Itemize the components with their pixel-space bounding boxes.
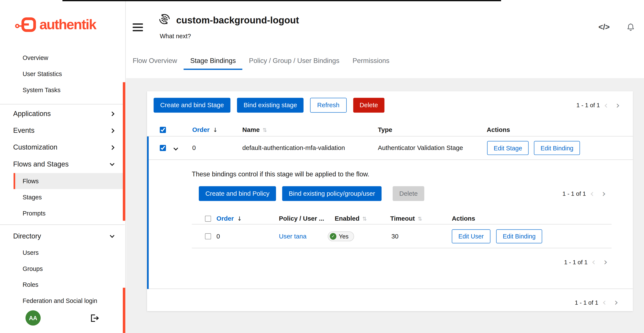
select-all-checkbox[interactable]: [205, 215, 211, 222]
row-order: 0: [216, 232, 220, 240]
section-label: Flows and Stages: [13, 160, 69, 168]
notifications-bell-icon[interactable]: [626, 22, 635, 33]
create-and-bind-stage-button[interactable]: Create and bind Stage: [154, 98, 230, 113]
column-label: Order: [216, 215, 234, 222]
column-actions: Actions: [452, 215, 475, 222]
sidebar-item-federation-and-social-login[interactable]: Federation and Social login: [14, 293, 124, 309]
section-label: Applications: [13, 110, 51, 118]
logo[interactable]: authentik: [15, 17, 96, 33]
stage-binding-row: 0 default-authentication-mfa-validation …: [147, 136, 633, 160]
pagination-next-button[interactable]: ›: [612, 101, 624, 110]
column-label: Timeout: [390, 215, 415, 222]
sidebar-toggle-button[interactable]: [133, 24, 143, 31]
chevron-down-icon: [110, 161, 115, 166]
stage-table-header: Order↓ Name⇅ Type Actions: [147, 123, 633, 136]
pagination-prev-button[interactable]: ‹: [600, 101, 612, 110]
row-type: Authenticator Validation Stage: [378, 144, 463, 152]
page-header: custom-background-logout What next? </> …: [126, 0, 644, 78]
expanded-row-accent: [147, 136, 149, 289]
edit-user-button[interactable]: Edit User: [452, 229, 490, 243]
window-top-edge: [62, 0, 501, 1]
user-link[interactable]: User tana: [279, 232, 306, 240]
chevron-right-icon: [110, 111, 115, 116]
sidebar-scrollbar-thumb[interactable]: [123, 82, 125, 221]
pagination-label: 1 - 1 of 1: [562, 190, 586, 197]
sidebar-item-flows[interactable]: Flows: [14, 173, 124, 189]
column-order[interactable]: Order↓: [216, 215, 242, 222]
flow-icon: [159, 14, 170, 25]
delete-policy-binding-button[interactable]: Delete: [393, 186, 424, 201]
row-checkbox[interactable]: [205, 233, 211, 239]
refresh-button[interactable]: Refresh: [310, 98, 346, 113]
sidebar-item-overview[interactable]: Overview: [14, 50, 124, 66]
tab-permissions[interactable]: Permissions: [346, 52, 396, 70]
sort-icon: ⇅: [362, 216, 367, 222]
avatar[interactable]: AA: [26, 310, 41, 326]
pagination: 1 - 1 of 1 ‹ ›: [564, 257, 612, 267]
policy-table-header: Order↓ Policy / User ... Enabled⇅ Timeou…: [192, 213, 612, 224]
pagination-label: 1 - 1 of 1: [564, 259, 588, 265]
page-title: custom-background-logout: [176, 15, 299, 26]
tab-stage-bindings[interactable]: Stage Bindings: [184, 52, 242, 70]
column-order[interactable]: Order↓: [192, 126, 218, 133]
sidebar-divider: [0, 104, 125, 104]
sidebar-section-events[interactable]: Events: [0, 122, 124, 139]
edit-stage-button[interactable]: Edit Stage: [487, 141, 529, 155]
bind-existing-policy-button[interactable]: Bind existing policy/group/user: [282, 186, 382, 201]
pagination-prev-button[interactable]: ‹: [586, 189, 598, 198]
sidebar-section-customization[interactable]: Customization: [0, 139, 124, 156]
logo-text: authentik: [40, 17, 96, 33]
sidebar-section-applications[interactable]: Applications: [0, 105, 124, 122]
section-label: Directory: [13, 232, 41, 240]
stage-bindings-toolbar: Create and bind Stage Bind existing stag…: [154, 98, 385, 113]
sidebar-section-directory[interactable]: Directory: [0, 228, 124, 244]
column-label: Name: [242, 126, 260, 133]
pagination-prev-button[interactable]: ‹: [598, 297, 610, 307]
stage-bindings-card: Create and bind Stage Bind existing stag…: [147, 91, 633, 311]
create-and-bind-policy-button[interactable]: Create and bind Policy: [199, 186, 276, 201]
pagination-next-button[interactable]: ›: [600, 257, 612, 267]
delete-button[interactable]: Delete: [353, 98, 385, 113]
sidebar-item-roles[interactable]: Roles: [14, 277, 124, 293]
row-checkbox[interactable]: [160, 145, 166, 151]
pagination-next-button[interactable]: ›: [610, 297, 622, 307]
pagination-prev-button[interactable]: ‹: [588, 257, 600, 267]
sort-icon: ⇅: [262, 127, 267, 133]
sidebar-section-flows-and-stages[interactable]: Flows and Stages: [0, 156, 124, 173]
pagination-label: 1 - 1 of 1: [576, 102, 600, 109]
sidebar-item-system-tasks[interactable]: System Tasks: [14, 82, 124, 98]
sidebar-item-users[interactable]: Users: [14, 244, 124, 261]
row-expand-toggle[interactable]: [171, 142, 181, 154]
chevron-down-icon: [174, 146, 178, 151]
tab-flow-overview[interactable]: Flow Overview: [126, 52, 184, 70]
edit-binding-button[interactable]: Edit Binding: [534, 141, 580, 155]
chevron-down-icon: [110, 233, 115, 238]
tab-policy-group-user-bindings[interactable]: Policy / Group / User Bindings: [242, 52, 346, 70]
column-policy-user[interactable]: Policy / User ...: [279, 215, 324, 222]
sidebar-item-groups[interactable]: Groups: [14, 261, 124, 277]
edit-binding-button[interactable]: Edit Binding: [496, 229, 542, 243]
sign-out-icon: [90, 314, 99, 322]
logout-button[interactable]: [90, 314, 99, 323]
bind-existing-stage-button[interactable]: Bind existing stage: [237, 98, 304, 113]
sidebar-scrollbar-thumb[interactable]: [123, 288, 125, 333]
column-label: Enabled: [335, 215, 359, 222]
authentik-admin-app: authentik Overview User Statistics Syste…: [0, 0, 644, 333]
sidebar-item-stages[interactable]: Stages: [14, 189, 124, 205]
row-order: 0: [192, 144, 196, 152]
row-timeout: 30: [391, 232, 398, 240]
column-name[interactable]: Name⇅: [242, 126, 267, 133]
column-enabled[interactable]: Enabled⇅: [335, 215, 367, 222]
pagination: 1 - 1 of 1 ‹ ›: [562, 186, 610, 201]
sidebar-item-user-statistics[interactable]: User Statistics: [14, 66, 124, 82]
sidebar-divider: [0, 224, 125, 225]
sort-desc-icon: ↓: [213, 126, 218, 133]
api-code-icon[interactable]: </>: [598, 23, 610, 32]
column-timeout[interactable]: Timeout⇅: [390, 215, 422, 222]
select-all-checkbox[interactable]: [160, 127, 166, 133]
enabled-label: Yes: [339, 233, 348, 239]
tab-bar: Flow Overview Stage Bindings Policy / Gr…: [126, 52, 396, 70]
sidebar-item-prompts[interactable]: Prompts: [14, 205, 124, 221]
bindings-description: These bindings control if this stage wil…: [192, 171, 370, 178]
pagination-next-button[interactable]: ›: [598, 189, 610, 198]
